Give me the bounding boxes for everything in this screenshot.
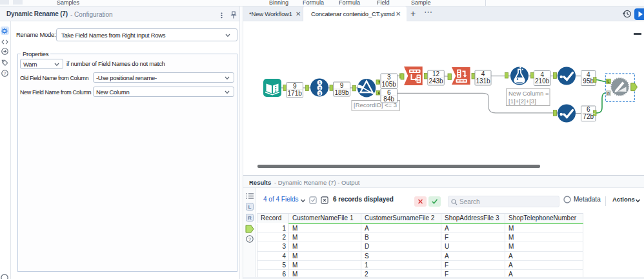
svg-text:9: 9 — [293, 83, 297, 90]
svg-text:95b: 95b — [583, 78, 594, 85]
svg-text:131b: 131b — [476, 78, 490, 85]
svg-text:4: 4 — [587, 71, 590, 78]
svg-text:?: ? — [248, 236, 251, 242]
svg-text:New Column =: New Column = — [508, 90, 549, 97]
svg-text:L: L — [248, 204, 252, 210]
svg-text:72b: 72b — [583, 113, 594, 120]
svg-text:189b: 189b — [334, 89, 349, 96]
svg-text:F: F — [378, 91, 381, 95]
svg-text:?: ? — [4, 71, 6, 76]
svg-text:6: 6 — [587, 106, 590, 113]
svg-text:105b: 105b — [382, 81, 397, 88]
svg-text:[1]+[2]+[3]: [1]+[2]+[3] — [508, 98, 536, 105]
svg-text:12: 12 — [432, 70, 440, 78]
svg-text:2: 2 — [319, 86, 321, 90]
svg-text:R: R — [607, 92, 610, 96]
svg-text:3: 3 — [319, 91, 321, 96]
svg-text:T: T — [378, 80, 381, 84]
svg-text:R: R — [248, 215, 252, 221]
svg-text:84b: 84b — [383, 96, 394, 103]
svg-text:210b: 210b — [535, 78, 550, 85]
svg-text:3: 3 — [387, 74, 391, 81]
svg-text:9: 9 — [340, 82, 344, 89]
svg-text:4: 4 — [481, 70, 485, 78]
svg-text:243b: 243b — [428, 78, 443, 85]
svg-text:171b: 171b — [288, 90, 303, 97]
svg-text:4: 4 — [540, 71, 544, 78]
svg-text:1: 1 — [319, 80, 321, 85]
